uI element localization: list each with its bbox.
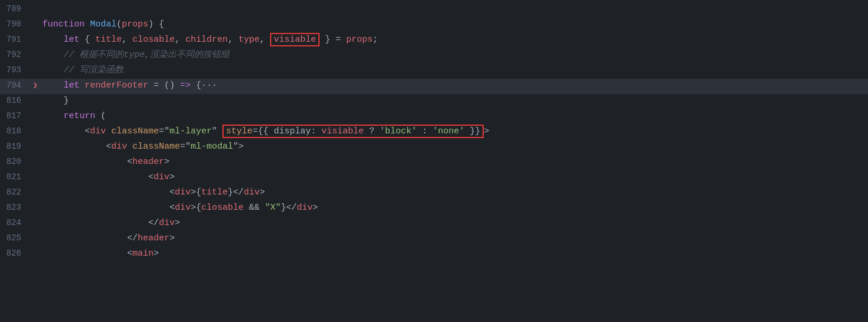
line-num-794: 794	[0, 79, 31, 92]
code-lines: 789 790 function Modal(props) { 791 let …	[0, 0, 868, 264]
code-line-792: 792 // 根据不同的type,渲染出不同的按钮组	[0, 48, 868, 63]
line-num-789: 789	[0, 2, 31, 15]
code-line-822: 822 <div>{title}</div>	[0, 186, 868, 201]
code-line-793: 793 // 写渲染函数	[0, 63, 868, 79]
line-num-820: 820	[0, 155, 31, 168]
line-num-790: 790	[0, 18, 31, 31]
code-line-791: 791 let { title, closable, children, typ…	[0, 33, 868, 48]
line-content-824: </div>	[40, 216, 868, 230]
code-line-820: 820 <header>	[0, 155, 868, 170]
line-num-819: 819	[0, 140, 31, 153]
line-num-793: 793	[0, 63, 31, 76]
line-num-825: 825	[0, 232, 31, 244]
line-arrow-794: ❯	[31, 80, 40, 92]
line-content-817: return (	[40, 109, 868, 123]
line-content-818: <div className="ml-layer" style={{ displ…	[40, 125, 868, 139]
code-line-826: 826 <main>	[0, 247, 868, 262]
line-num-791: 791	[0, 33, 31, 46]
code-line-794: 794 ❯ let renderFooter = () => {···	[0, 79, 868, 94]
line-num-826: 826	[0, 247, 31, 260]
code-line-818: 818 <div className="ml-layer" style={{ d…	[0, 125, 868, 140]
code-line-821: 821 <div>	[0, 170, 868, 186]
line-content-816: }	[40, 94, 868, 108]
line-content-794: let renderFooter = () => {···	[40, 79, 868, 93]
line-content-822: <div>{title}</div>	[40, 186, 868, 200]
line-content-819: <div className="ml-modal">	[40, 140, 868, 154]
line-content-825: </header>	[40, 232, 868, 246]
line-num-823: 823	[0, 201, 31, 214]
code-line-819: 819 <div className="ml-modal">	[0, 140, 868, 155]
line-num-818: 818	[0, 125, 31, 137]
code-line-823: 823 <div>{closable && "X"}</div>	[0, 201, 868, 216]
line-num-824: 824	[0, 216, 31, 229]
line-content-791: let { title, closable, children, type, v…	[40, 33, 868, 47]
line-num-822: 822	[0, 186, 31, 199]
code-editor: 789 790 function Modal(props) { 791 let …	[0, 0, 868, 322]
code-line-825: 825 </header>	[0, 232, 868, 247]
line-content-823: <div>{closable && "X"}</div>	[40, 201, 868, 215]
line-num-817: 817	[0, 109, 31, 122]
line-content-821: <div>	[40, 170, 868, 185]
line-content-792: // 根据不同的type,渲染出不同的按钮组	[40, 48, 868, 62]
line-num-792: 792	[0, 48, 31, 61]
line-num-821: 821	[0, 170, 31, 183]
line-content-793: // 写渲染函数	[40, 63, 868, 78]
code-line-816: 816 }	[0, 94, 868, 109]
code-line-789: 789	[0, 2, 868, 18]
code-line-817: 817 return (	[0, 109, 868, 125]
code-line-824: 824 </div>	[0, 216, 868, 232]
line-num-816: 816	[0, 94, 31, 107]
line-content-790: function Modal(props) {	[40, 18, 868, 32]
line-content-826: <main>	[40, 247, 868, 261]
code-line-790: 790 function Modal(props) {	[0, 18, 868, 33]
line-content-820: <header>	[40, 155, 868, 169]
